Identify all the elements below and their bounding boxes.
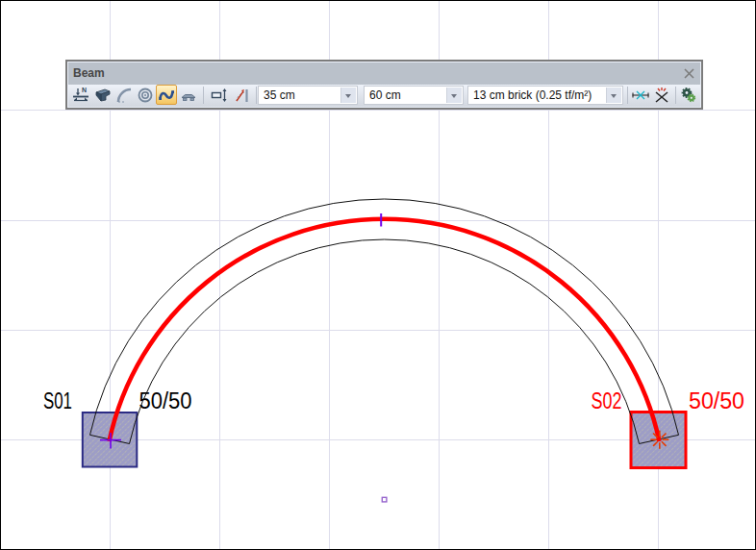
window-border (0, 0, 756, 550)
